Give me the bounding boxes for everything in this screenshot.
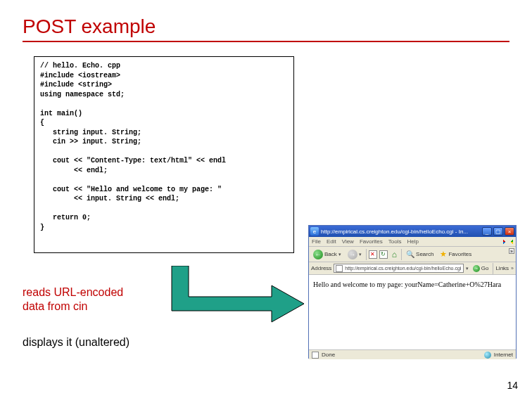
menu-favorites[interactable]: Favorites [360, 238, 383, 245]
toolbar-separator [366, 249, 367, 260]
browser-menubar: File Edit View Favorites Tools Help [309, 237, 516, 247]
back-label: Back [324, 251, 337, 257]
forward-button[interactable]: → ▾ [346, 249, 364, 260]
minimize-button[interactable]: _ [482, 227, 492, 236]
search-button[interactable]: 🔍 Search [404, 250, 436, 259]
go-button[interactable]: → Go [471, 265, 491, 272]
chevron-down-icon: ▾ [338, 252, 341, 257]
menu-view[interactable]: View [342, 238, 354, 245]
search-icon: 🔍 [406, 250, 414, 258]
slide-title: POST example [23, 15, 156, 38]
menu-file[interactable]: File [312, 238, 321, 245]
home-button[interactable]: ⌂ [390, 249, 399, 260]
toolbar-expand-button[interactable]: » [509, 248, 514, 254]
star-icon: ★ [440, 250, 447, 259]
title-underline [23, 41, 509, 42]
browser-content: Hello and welcome to my page: yourName=C… [309, 275, 516, 349]
chevron-right-icon[interactable]: » [511, 266, 514, 271]
browser-window: e http://empirical.cs.creighton.edu/cgi-… [308, 225, 517, 359]
links-label[interactable]: Links [495, 265, 509, 271]
status-done: Done [322, 352, 335, 358]
address-bar: Address http://empirical.cs.creighton.ed… [309, 262, 516, 275]
caption-displays: displays it (unaltered) [23, 336, 129, 349]
toolbar-separator [401, 249, 402, 260]
chevron-down-icon: ▾ [359, 252, 362, 257]
go-label: Go [481, 265, 489, 271]
back-button[interactable]: ← Back ▾ [311, 249, 343, 260]
close-button[interactable]: × [505, 227, 514, 236]
maximize-button[interactable]: ▢ [493, 227, 503, 236]
refresh-button[interactable]: ↻ [379, 250, 388, 259]
forward-icon: → [348, 250, 357, 259]
menu-tools[interactable]: Tools [388, 238, 402, 245]
search-label: Search [416, 251, 433, 257]
ie-icon: e [310, 227, 319, 236]
stop-button[interactable]: ✕ [369, 250, 377, 259]
menu-edit[interactable]: Edit [327, 238, 336, 245]
status-zone: Internet [494, 352, 513, 358]
favorites-label: Favorites [448, 251, 471, 257]
page-icon [336, 265, 343, 272]
page-icon [312, 352, 319, 359]
caption-reads: reads URL-encoded data from cin [23, 285, 123, 314]
browser-statusbar: Done Internet [309, 349, 516, 359]
windows-flag-icon [503, 238, 513, 246]
caption-reads-line2: data from cin [23, 300, 87, 312]
back-icon: ← [313, 250, 323, 259]
menu-help[interactable]: Help [407, 238, 418, 245]
favorites-button[interactable]: ★ Favorites [438, 249, 474, 259]
address-input[interactable]: http://empirical.cs.creighton.edu/cgi-bi… [334, 264, 463, 273]
address-value: http://empirical.cs.creighton.edu/cgi-bi… [345, 266, 461, 271]
toolbar-separator [493, 263, 493, 274]
browser-toolbar: ← Back ▾ → ▾ ✕ ↻ ⌂ 🔍 Search ★ Favorites [309, 247, 516, 262]
browser-titlebar: e http://empirical.cs.creighton.edu/cgi-… [309, 226, 516, 237]
arrow-icon [165, 266, 305, 329]
home-icon: ⌂ [392, 250, 397, 259]
page-number: 14 [507, 380, 518, 391]
go-icon: → [473, 265, 480, 272]
chevron-down-icon[interactable]: ▾ [466, 266, 469, 271]
caption-reads-line1: reads URL-encoded [23, 286, 123, 298]
code-listing: // hello. Echo. cpp #include <iostream> … [34, 56, 294, 253]
browser-title-text: http://empirical.cs.creighton.edu/cgi-bi… [321, 229, 481, 235]
internet-zone-icon [484, 352, 491, 359]
address-label: Address [311, 265, 331, 271]
